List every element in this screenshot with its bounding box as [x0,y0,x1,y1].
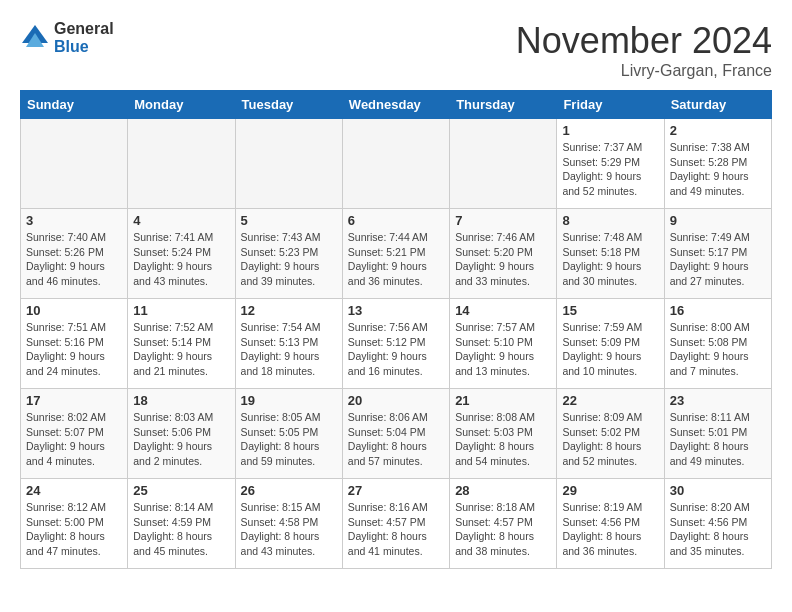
table-row: 19Sunrise: 8:05 AM Sunset: 5:05 PM Dayli… [235,389,342,479]
table-row: 2Sunrise: 7:38 AM Sunset: 5:28 PM Daylig… [664,119,771,209]
header-thursday: Thursday [450,91,557,119]
logo-blue: Blue [54,38,114,56]
day-number: 10 [26,303,122,318]
table-row: 27Sunrise: 8:16 AM Sunset: 4:57 PM Dayli… [342,479,449,569]
day-info: Sunrise: 8:19 AM Sunset: 4:56 PM Dayligh… [562,500,658,559]
header-monday: Monday [128,91,235,119]
table-row: 22Sunrise: 8:09 AM Sunset: 5:02 PM Dayli… [557,389,664,479]
table-row: 23Sunrise: 8:11 AM Sunset: 5:01 PM Dayli… [664,389,771,479]
header-sunday: Sunday [21,91,128,119]
day-info: Sunrise: 7:59 AM Sunset: 5:09 PM Dayligh… [562,320,658,379]
day-number: 27 [348,483,444,498]
day-info: Sunrise: 7:56 AM Sunset: 5:12 PM Dayligh… [348,320,444,379]
day-number: 22 [562,393,658,408]
day-info: Sunrise: 8:20 AM Sunset: 4:56 PM Dayligh… [670,500,766,559]
table-row: 15Sunrise: 7:59 AM Sunset: 5:09 PM Dayli… [557,299,664,389]
table-row: 3Sunrise: 7:40 AM Sunset: 5:26 PM Daylig… [21,209,128,299]
day-info: Sunrise: 7:54 AM Sunset: 5:13 PM Dayligh… [241,320,337,379]
day-info: Sunrise: 7:37 AM Sunset: 5:29 PM Dayligh… [562,140,658,199]
day-number: 5 [241,213,337,228]
calendar-table: Sunday Monday Tuesday Wednesday Thursday… [20,90,772,569]
day-info: Sunrise: 8:00 AM Sunset: 5:08 PM Dayligh… [670,320,766,379]
day-info: Sunrise: 8:12 AM Sunset: 5:00 PM Dayligh… [26,500,122,559]
day-number: 17 [26,393,122,408]
table-row: 5Sunrise: 7:43 AM Sunset: 5:23 PM Daylig… [235,209,342,299]
table-row [342,119,449,209]
month-title: November 2024 [516,20,772,62]
day-info: Sunrise: 7:48 AM Sunset: 5:18 PM Dayligh… [562,230,658,289]
day-number: 14 [455,303,551,318]
table-row: 1Sunrise: 7:37 AM Sunset: 5:29 PM Daylig… [557,119,664,209]
day-number: 16 [670,303,766,318]
day-info: Sunrise: 8:02 AM Sunset: 5:07 PM Dayligh… [26,410,122,469]
day-info: Sunrise: 7:44 AM Sunset: 5:21 PM Dayligh… [348,230,444,289]
day-info: Sunrise: 7:43 AM Sunset: 5:23 PM Dayligh… [241,230,337,289]
location: Livry-Gargan, France [516,62,772,80]
day-info: Sunrise: 7:40 AM Sunset: 5:26 PM Dayligh… [26,230,122,289]
day-info: Sunrise: 8:18 AM Sunset: 4:57 PM Dayligh… [455,500,551,559]
calendar-week-row: 1Sunrise: 7:37 AM Sunset: 5:29 PM Daylig… [21,119,772,209]
table-row: 25Sunrise: 8:14 AM Sunset: 4:59 PM Dayli… [128,479,235,569]
table-row [235,119,342,209]
day-info: Sunrise: 7:51 AM Sunset: 5:16 PM Dayligh… [26,320,122,379]
day-number: 8 [562,213,658,228]
day-number: 11 [133,303,229,318]
calendar-header-row: Sunday Monday Tuesday Wednesday Thursday… [21,91,772,119]
logo-general: General [54,20,114,38]
table-row: 12Sunrise: 7:54 AM Sunset: 5:13 PM Dayli… [235,299,342,389]
day-info: Sunrise: 8:14 AM Sunset: 4:59 PM Dayligh… [133,500,229,559]
table-row [21,119,128,209]
day-number: 26 [241,483,337,498]
day-number: 23 [670,393,766,408]
logo-text: General Blue [54,20,114,55]
day-info: Sunrise: 8:05 AM Sunset: 5:05 PM Dayligh… [241,410,337,469]
table-row: 8Sunrise: 7:48 AM Sunset: 5:18 PM Daylig… [557,209,664,299]
table-row: 18Sunrise: 8:03 AM Sunset: 5:06 PM Dayli… [128,389,235,479]
table-row: 17Sunrise: 8:02 AM Sunset: 5:07 PM Dayli… [21,389,128,479]
day-info: Sunrise: 7:49 AM Sunset: 5:17 PM Dayligh… [670,230,766,289]
day-info: Sunrise: 8:06 AM Sunset: 5:04 PM Dayligh… [348,410,444,469]
table-row: 30Sunrise: 8:20 AM Sunset: 4:56 PM Dayli… [664,479,771,569]
table-row: 11Sunrise: 7:52 AM Sunset: 5:14 PM Dayli… [128,299,235,389]
table-row [450,119,557,209]
day-info: Sunrise: 8:16 AM Sunset: 4:57 PM Dayligh… [348,500,444,559]
day-info: Sunrise: 8:08 AM Sunset: 5:03 PM Dayligh… [455,410,551,469]
day-number: 9 [670,213,766,228]
day-number: 29 [562,483,658,498]
day-info: Sunrise: 7:38 AM Sunset: 5:28 PM Dayligh… [670,140,766,199]
table-row [128,119,235,209]
day-info: Sunrise: 8:03 AM Sunset: 5:06 PM Dayligh… [133,410,229,469]
day-info: Sunrise: 8:11 AM Sunset: 5:01 PM Dayligh… [670,410,766,469]
day-number: 15 [562,303,658,318]
table-row: 16Sunrise: 8:00 AM Sunset: 5:08 PM Dayli… [664,299,771,389]
day-info: Sunrise: 8:09 AM Sunset: 5:02 PM Dayligh… [562,410,658,469]
table-row: 9Sunrise: 7:49 AM Sunset: 5:17 PM Daylig… [664,209,771,299]
header-tuesday: Tuesday [235,91,342,119]
table-row: 4Sunrise: 7:41 AM Sunset: 5:24 PM Daylig… [128,209,235,299]
day-number: 6 [348,213,444,228]
day-number: 25 [133,483,229,498]
table-row: 28Sunrise: 8:18 AM Sunset: 4:57 PM Dayli… [450,479,557,569]
calendar-week-row: 17Sunrise: 8:02 AM Sunset: 5:07 PM Dayli… [21,389,772,479]
table-row: 10Sunrise: 7:51 AM Sunset: 5:16 PM Dayli… [21,299,128,389]
table-row: 13Sunrise: 7:56 AM Sunset: 5:12 PM Dayli… [342,299,449,389]
table-row: 14Sunrise: 7:57 AM Sunset: 5:10 PM Dayli… [450,299,557,389]
day-info: Sunrise: 7:52 AM Sunset: 5:14 PM Dayligh… [133,320,229,379]
header-saturday: Saturday [664,91,771,119]
table-row: 7Sunrise: 7:46 AM Sunset: 5:20 PM Daylig… [450,209,557,299]
day-info: Sunrise: 8:15 AM Sunset: 4:58 PM Dayligh… [241,500,337,559]
day-number: 28 [455,483,551,498]
day-number: 2 [670,123,766,138]
day-number: 30 [670,483,766,498]
day-info: Sunrise: 7:57 AM Sunset: 5:10 PM Dayligh… [455,320,551,379]
day-number: 4 [133,213,229,228]
day-number: 20 [348,393,444,408]
day-number: 13 [348,303,444,318]
calendar-week-row: 10Sunrise: 7:51 AM Sunset: 5:16 PM Dayli… [21,299,772,389]
day-number: 7 [455,213,551,228]
day-number: 12 [241,303,337,318]
calendar-week-row: 3Sunrise: 7:40 AM Sunset: 5:26 PM Daylig… [21,209,772,299]
day-info: Sunrise: 7:41 AM Sunset: 5:24 PM Dayligh… [133,230,229,289]
day-number: 24 [26,483,122,498]
day-number: 18 [133,393,229,408]
